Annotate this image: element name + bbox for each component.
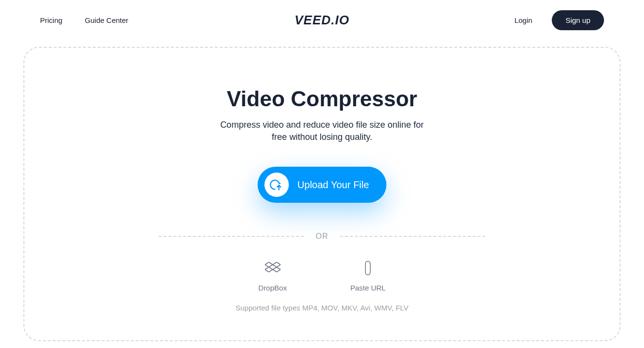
logo[interactable]: VEED.IO: [295, 13, 349, 28]
upload-button-label: Upload Your File: [298, 179, 369, 191]
nav-left: Pricing Guide Center: [40, 16, 128, 24]
main-drop-zone[interactable]: Video Compressor Compress video and redu…: [23, 47, 621, 341]
signup-button[interactable]: Sign up: [552, 10, 604, 30]
divider-line-right: [340, 236, 485, 237]
paste-url-icon: [360, 260, 376, 276]
header: Pricing Guide Center VEED.IO Login Sign …: [0, 0, 644, 40]
or-text: OR: [304, 232, 340, 241]
supported-file-types: Supported file types MP4, MOV, MKV, Avi,…: [236, 304, 409, 312]
nav-guide-link[interactable]: Guide Center: [85, 16, 128, 24]
page-subtitle: Compress video and reduce video file siz…: [220, 119, 424, 143]
cloud-upload-icon: [270, 178, 283, 192]
dropbox-option[interactable]: DropBox: [259, 260, 287, 292]
dropbox-label: DropBox: [259, 284, 287, 292]
nav-pricing-link[interactable]: Pricing: [40, 16, 62, 24]
or-divider: OR: [159, 232, 485, 241]
page-title: Video Compressor: [227, 87, 417, 111]
login-link[interactable]: Login: [514, 16, 532, 24]
divider-line-left: [159, 236, 304, 237]
upload-icon-circle: [264, 173, 289, 197]
dropbox-icon: [265, 260, 281, 276]
upload-file-button[interactable]: Upload Your File: [258, 167, 387, 203]
nav-right: Login Sign up: [514, 10, 604, 30]
alternative-options: DropBox Paste URL: [259, 260, 386, 292]
paste-url-option[interactable]: Paste URL: [350, 260, 386, 292]
paste-url-label: Paste URL: [350, 284, 386, 292]
